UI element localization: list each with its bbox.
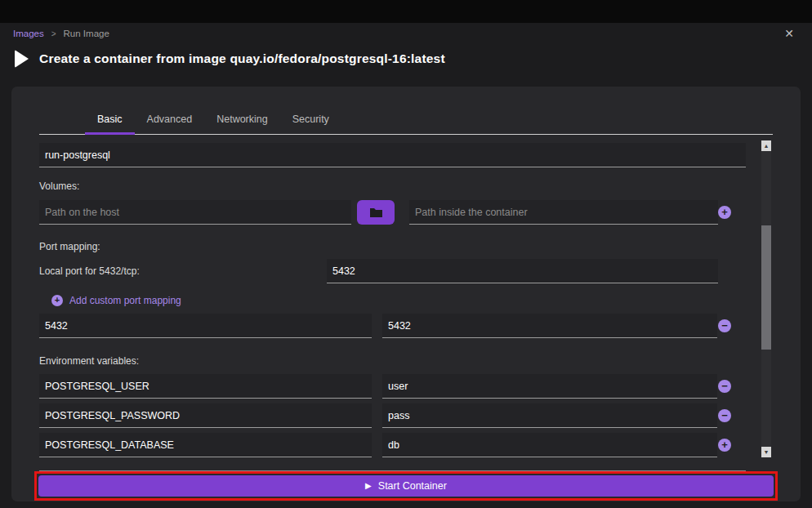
folder-icon [369,207,383,218]
breadcrumb-current: Run Image [64,29,109,38]
tab-basic[interactable]: Basic [85,108,135,135]
environment-variables-label: Environment variables: [39,355,746,367]
breadcrumb: Images > Run Image ✕ [13,23,799,44]
port-mapping-label: Port mapping: [39,241,746,252]
tab-bar: Basic Advanced Networking Security [39,87,773,135]
run-play-icon [15,50,29,68]
scrollbar-thumb[interactable] [761,225,771,350]
tab-networking[interactable]: Networking [204,108,280,135]
browse-folder-button[interactable] [357,200,395,225]
form-content: Volumes: + Port mapping: Local port for … [11,135,746,471]
volume-container-path-input[interactable] [409,200,718,225]
env-key-input[interactable] [39,433,372,457]
form-footer: ▶ Start Container [11,471,801,508]
volume-host-path-input[interactable] [39,200,351,225]
env-key-input[interactable] [39,403,372,428]
tab-advanced[interactable]: Advanced [135,108,205,135]
close-icon[interactable]: ✕ [779,26,799,41]
env-value-input[interactable] [382,433,717,457]
env-row: − [39,372,746,401]
add-volume-icon[interactable]: + [718,206,731,219]
add-port-mapping-icon: + [51,295,63,306]
start-container-label: Start Container [378,480,447,492]
add-env-row-icon[interactable]: + [718,439,731,452]
container-name-input[interactable] [39,143,746,167]
play-icon: ▶ [365,482,372,490]
annotation-highlight-box: ▶ Start Container [34,471,778,501]
vertical-scrollbar[interactable]: ▲ ▼ [761,140,771,457]
env-key-input[interactable] [39,374,372,399]
custom-port-host-input[interactable] [39,314,372,338]
breadcrumb-images-link[interactable]: Images [13,29,44,38]
volumes-label: Volumes: [39,180,746,192]
local-port-input[interactable] [327,259,718,283]
window-titlebar [0,0,812,23]
env-row: − [39,401,746,430]
remove-env-row-icon[interactable]: − [718,380,731,393]
custom-port-row: − [39,311,746,341]
page-header: Images > Run Image ✕ Create a container … [0,23,812,78]
remove-env-row-icon[interactable]: − [718,409,731,422]
env-value-input[interactable] [382,403,717,428]
page-title: Create a container from image quay.io/fe… [39,51,445,66]
add-port-mapping-label: Add custom port mapping [69,295,181,306]
remove-port-mapping-icon[interactable]: − [718,319,731,332]
run-image-form-panel: Basic Advanced Networking Security Volum… [11,87,801,501]
scroll-up-icon[interactable]: ▲ [761,140,771,151]
start-container-button[interactable]: ▶ Start Container [38,475,774,497]
env-row: + [39,430,746,460]
add-custom-port-mapping-link[interactable]: + Add custom port mapping [51,295,746,306]
local-port-label: Local port for 5432/tcp: [39,265,327,277]
scroll-down-icon[interactable]: ▼ [761,447,771,457]
custom-port-container-input[interactable] [382,314,717,338]
breadcrumb-separator: > [51,29,56,38]
tab-security[interactable]: Security [280,108,341,135]
env-value-input[interactable] [382,374,717,399]
